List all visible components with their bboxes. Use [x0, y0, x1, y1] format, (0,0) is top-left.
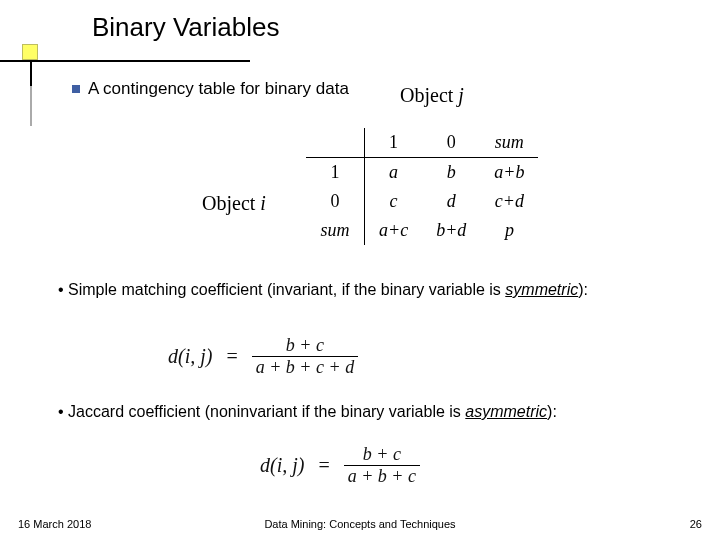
formula-smc-eq: = [216, 345, 247, 367]
title-underline [0, 60, 250, 62]
bullet-jaccard-em: asymmetric [465, 403, 547, 420]
footer-center: Data Mining: Concepts and Techniques [0, 518, 720, 530]
label-object-i-var: i [260, 192, 266, 214]
ct-ac: a+c [365, 216, 423, 245]
bullet-jaccard: • Jaccard coefficient (noninvariant if t… [58, 402, 690, 422]
formula-smc-den: a + b + c + d [252, 357, 358, 378]
bullet-smc: • Simple matching coefficient (invariant… [58, 280, 690, 300]
ct-bd: b+d [422, 216, 480, 245]
ct-corner [306, 128, 365, 158]
title-accent-square [22, 44, 38, 60]
footer-page: 26 [690, 518, 702, 530]
contingency-table: 1 0 sum 1 a b a+b 0 c d c+d sum a+c b+d … [306, 128, 538, 245]
label-object-i-word: Object [202, 192, 260, 214]
bullet-jaccard-tail: ): [547, 403, 557, 420]
label-object-j: Object j [400, 84, 464, 107]
ct-b: b [422, 158, 480, 188]
ct-row-1: 1 [306, 158, 365, 188]
formula-jaccard-frac: b + c a + b + c [344, 444, 420, 487]
bullet-smc-lead: • Simple matching coefficient (invariant… [58, 281, 505, 298]
ct-d: d [422, 187, 480, 216]
bullet-smc-tail: ): [578, 281, 588, 298]
ct-row-0: 0 [306, 187, 365, 216]
formula-smc-num: b + c [252, 335, 358, 357]
formula-jaccard-den: a + b + c [344, 466, 420, 487]
title-vertical-rule [30, 60, 32, 86]
ct-p: p [480, 216, 538, 245]
bullet-contingency: A contingency table for binary data [72, 79, 349, 99]
formula-smc-frac: b + c a + b + c + d [252, 335, 358, 378]
ct-a: a [365, 158, 423, 188]
ct-row-sum: sum [306, 216, 365, 245]
formula-smc-lhs: d(i, j) [168, 345, 212, 367]
label-object-i: Object i [202, 192, 266, 215]
formula-jaccard: d(i, j) = b + c a + b + c [260, 444, 420, 487]
bullet-contingency-text: A contingency table for binary data [88, 79, 349, 98]
formula-smc: d(i, j) = b + c a + b + c + d [168, 335, 358, 378]
ct-cd: c+d [480, 187, 538, 216]
ct-c: c [365, 187, 423, 216]
ct-col-sum: sum [480, 128, 538, 158]
formula-jaccard-eq: = [308, 454, 339, 476]
slide: Binary Variables A contingency table for… [0, 0, 720, 540]
ct-col-1: 1 [365, 128, 423, 158]
bullet-square-icon [72, 85, 80, 93]
label-object-j-word: Object [400, 84, 458, 106]
label-object-j-var: j [458, 84, 464, 106]
formula-jaccard-lhs: d(i, j) [260, 454, 304, 476]
formula-jaccard-num: b + c [344, 444, 420, 466]
bullet-smc-em: symmetric [505, 281, 578, 298]
ct-col-0: 0 [422, 128, 480, 158]
slide-title: Binary Variables [92, 12, 279, 43]
ct-ab: a+b [480, 158, 538, 188]
bullet-jaccard-lead: • Jaccard coefficient (noninvariant if t… [58, 403, 465, 420]
